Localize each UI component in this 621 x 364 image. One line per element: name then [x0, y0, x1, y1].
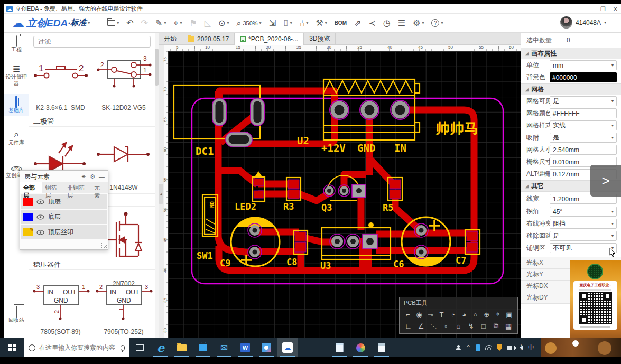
wifi-tray-icon[interactable]: [485, 345, 492, 350]
visibility-eye-icon[interactable]: [36, 230, 44, 235]
layer-row-top-silk[interactable]: ✎ 顶层丝印: [21, 225, 107, 239]
layer-color-swatch[interactable]: [23, 213, 33, 221]
ref-led2[interactable]: LED2: [235, 201, 256, 212]
corner-tool-icon[interactable]: ∟: [403, 321, 414, 331]
ref-r3[interactable]: R3: [283, 201, 294, 212]
ref-u3[interactable]: U3: [320, 260, 331, 271]
tab-project-folder[interactable]: 2020.05.17: [182, 33, 235, 45]
sidebar-item-project[interactable]: 工程: [4, 36, 29, 53]
file-menu-button[interactable]: ▾: [107, 20, 119, 26]
flag-button[interactable]: ⚑: [189, 18, 197, 28]
taskbar-app-explorer[interactable]: [171, 338, 192, 357]
ime-indicator[interactable]: 中: [528, 343, 534, 352]
layers-settings-gear-icon[interactable]: ⚙: [90, 173, 95, 180]
tab-all-layers[interactable]: 全部层: [20, 182, 42, 193]
maximize-button[interactable]: ❐: [600, 6, 606, 13]
task-view-button[interactable]: [129, 338, 150, 357]
angle-tool-icon[interactable]: ∠: [415, 321, 427, 331]
ref-u2[interactable]: U2: [297, 135, 309, 146]
rect-tool-icon[interactable]: □: [478, 321, 489, 331]
grid-color-input[interactable]: #FFFFFF: [550, 108, 617, 118]
snap-select[interactable]: 是▾: [550, 133, 617, 143]
sidebar-item-parts-library[interactable]: ⌕ 元件库: [4, 129, 29, 146]
export-button[interactable]: ⇗: [354, 18, 361, 28]
speaker-tray-icon[interactable]: [520, 345, 523, 350]
grid-size-input[interactable]: 2.540mm: [550, 145, 617, 155]
security-tray-icon[interactable]: [497, 344, 502, 351]
zoom-control[interactable]: ⌕350%▾: [237, 18, 262, 28]
panel-resize-grip[interactable]: [101, 243, 107, 248]
origin-menu-button[interactable]: ⌖▾: [173, 18, 182, 28]
ref-c6[interactable]: C6: [393, 259, 404, 269]
visibility-eye-icon[interactable]: [36, 214, 44, 220]
taskbar-app-edge[interactable]: e: [150, 338, 171, 357]
library-scrollbar-thumb[interactable]: [155, 49, 159, 86]
ref-q3[interactable]: Q3: [321, 202, 332, 213]
taskbar-app-calculator[interactable]: [371, 338, 392, 357]
tools-menu-button[interactable]: ⚒▾: [316, 18, 327, 28]
drag-tool-icon[interactable]: ⊕: [481, 309, 492, 320]
ref-c7[interactable]: C7: [456, 255, 466, 266]
undo-button[interactable]: ↶: [126, 18, 133, 28]
ref-c8[interactable]: C8: [286, 257, 297, 267]
history-button[interactable]: ◷: [383, 18, 391, 28]
remove-loop-select[interactable]: 是▾: [550, 231, 617, 241]
settings-menu-button[interactable]: ⚙▾: [413, 18, 424, 28]
text-tool-icon[interactable]: T: [437, 309, 447, 320]
battery-tray-icon[interactable]: [507, 346, 515, 350]
tab-noncopper-layers[interactable]: 非铜箔层: [64, 182, 91, 193]
center-arc-tool-icon[interactable]: ◕: [459, 309, 469, 320]
panel-expand-button[interactable]: >: [590, 165, 621, 197]
user-account[interactable]: 414048A ▾: [560, 16, 606, 29]
dimension-tool-icon[interactable]: ⌖: [493, 309, 503, 320]
visibility-menu-button[interactable]: ⊙▾: [218, 18, 229, 28]
layer-row-bottom[interactable]: 底层: [21, 210, 107, 224]
taskbar-search[interactable]: [24, 338, 129, 357]
net-gnd[interactable]: GND: [357, 142, 375, 154]
brand-logo[interactable]: ☁ 立创EDA · 标准 ▾: [12, 16, 90, 31]
image-tool-icon[interactable]: ▣: [504, 309, 514, 320]
pad-tool-icon[interactable]: ◉: [414, 309, 424, 320]
taskbar-app-paint[interactable]: [350, 338, 371, 357]
netlist-menu-button[interactable]: ⑃▾: [300, 18, 309, 28]
measure-button[interactable]: ◺: [205, 18, 211, 28]
draw-menu-button[interactable]: ✎▾: [155, 18, 166, 28]
share-button[interactable]: ≺: [368, 18, 375, 28]
taskbar-app-video[interactable]: [256, 338, 277, 357]
pin-panel-icon[interactable]: ✒: [81, 173, 86, 180]
track-tool-icon[interactable]: ⌐: [403, 309, 413, 320]
layer-manager-button[interactable]: ☰: [398, 18, 405, 28]
layer-color-swatch[interactable]: ✎: [23, 228, 33, 236]
visibility-eye-icon[interactable]: [36, 199, 44, 204]
redo-button[interactable]: ↷: [141, 18, 148, 28]
sidebar-item-trash[interactable]: 回收站: [4, 306, 29, 323]
unit-select[interactable]: mm▾: [550, 60, 617, 70]
people-tray-icon[interactable]: [456, 345, 461, 350]
net-in[interactable]: IN: [394, 142, 406, 154]
ref-r5[interactable]: R5: [383, 202, 393, 213]
tab-elements[interactable]: 元素: [91, 182, 108, 193]
grid-style-select[interactable]: 实线▾: [550, 120, 617, 130]
net-12v[interactable]: +12V: [321, 142, 346, 154]
solid-region-tool-icon[interactable]: ▫: [440, 321, 452, 331]
taskbar-search-input[interactable]: [39, 344, 117, 351]
corner-angle-select[interactable]: 45°▾: [550, 207, 617, 217]
polygon-tool-icon[interactable]: ⌂: [453, 321, 465, 331]
via-tool-icon[interactable]: ⊸: [425, 309, 435, 320]
taskbar-app-mail[interactable]: ✉: [214, 338, 235, 357]
measure-tool-icon[interactable]: ⋱: [428, 321, 439, 331]
start-button[interactable]: [0, 338, 24, 357]
routing-conflict-select[interactable]: 阻挡▾: [550, 219, 617, 229]
background-color-swatch[interactable]: #000000: [550, 72, 617, 82]
grid-visible-select[interactable]: 是▾: [550, 96, 617, 106]
group-tool-icon[interactable]: ⧉: [490, 321, 502, 331]
copper-area-select[interactable]: 不可见▾: [550, 243, 617, 253]
sidebar-item-base-library[interactable]: 基础库: [4, 94, 29, 116]
snapshot-menu-button[interactable]: ⌷▾: [283, 18, 292, 28]
taskbar-app-wps[interactable]: W: [235, 338, 256, 357]
bom-button[interactable]: BOM: [335, 20, 347, 26]
layer-color-swatch[interactable]: [23, 198, 33, 206]
tray-chevron-icon[interactable]: ⌃: [466, 344, 471, 351]
silkscreen-text-brand[interactable]: 帅帅马: [435, 120, 478, 136]
cutout-tool-icon[interactable]: ↯: [465, 321, 477, 331]
